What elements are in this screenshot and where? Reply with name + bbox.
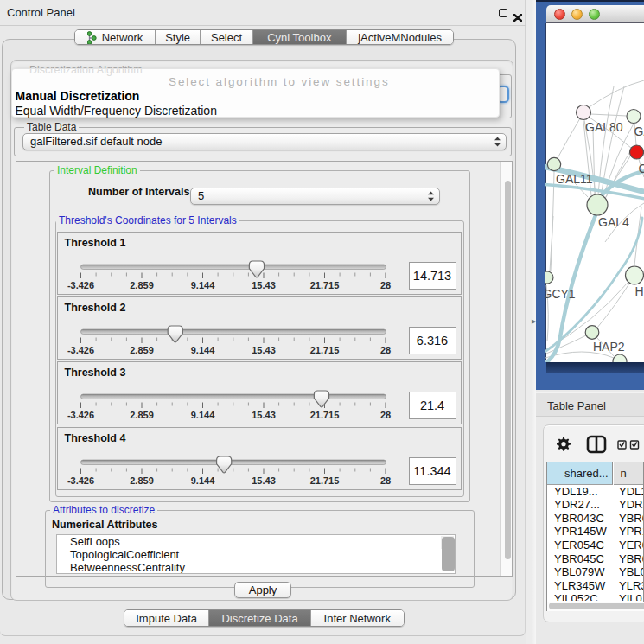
svg-text:GA: GA (634, 124, 644, 138)
svg-text:21.715: 21.715 (309, 410, 339, 420)
svg-text:H: H (635, 284, 644, 298)
svg-text:-3.426: -3.426 (67, 345, 93, 355)
svg-text:2.859: 2.859 (130, 410, 154, 420)
svg-text:28: 28 (379, 345, 390, 355)
svg-text:-3.426: -3.426 (67, 410, 93, 420)
svg-text:28: 28 (379, 410, 390, 420)
svg-text:2.859: 2.859 (130, 345, 154, 355)
svg-text:9.144: 9.144 (190, 345, 214, 355)
svg-text:GAL4: GAL4 (598, 215, 629, 229)
svg-text:-3.426: -3.426 (67, 475, 93, 486)
svg-text:21.715: 21.715 (309, 280, 339, 290)
svg-text:9.144: 9.144 (190, 475, 214, 486)
svg-text:GCY1: GCY1 (545, 287, 576, 301)
svg-text:15.43: 15.43 (252, 475, 276, 486)
svg-text:15.43: 15.43 (252, 280, 276, 290)
svg-text:9.144: 9.144 (190, 280, 214, 290)
svg-text:15.43: 15.43 (252, 410, 276, 420)
svg-text:21.715: 21.715 (309, 345, 339, 355)
svg-text:21.715: 21.715 (309, 475, 339, 486)
svg-text:GAL11: GAL11 (556, 172, 593, 186)
svg-text:15.43: 15.43 (252, 345, 276, 355)
svg-text:GAL80: GAL80 (585, 120, 623, 134)
svg-text:HAP2: HAP2 (593, 340, 625, 354)
svg-text:2.859: 2.859 (130, 280, 154, 290)
svg-text:9.144: 9.144 (190, 410, 214, 420)
svg-text:28: 28 (379, 475, 390, 486)
svg-text:C: C (639, 162, 644, 175)
svg-text:-3.426: -3.426 (67, 280, 93, 290)
svg-text:2.859: 2.859 (130, 475, 154, 486)
svg-text:28: 28 (379, 280, 390, 290)
